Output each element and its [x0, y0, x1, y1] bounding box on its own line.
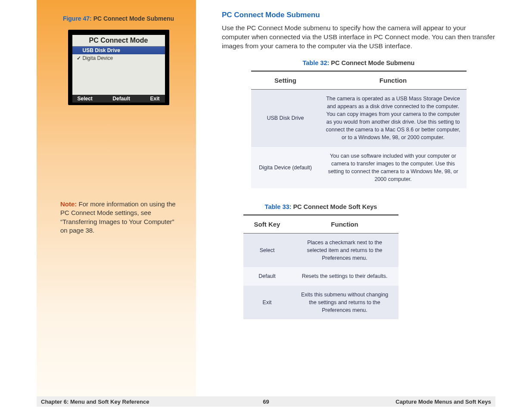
softkey-right: Exit [150, 96, 159, 102]
cell-softkey: Select [243, 234, 291, 268]
cell-function: Resets the settings to their defaults. [291, 267, 398, 285]
content-column: PC Connect Mode Submenu Use the PC Conne… [196, 0, 495, 396]
table-32: Setting Function USB Disk Drive The came… [251, 71, 467, 188]
table-row: Default Resets the settings to their def… [243, 267, 398, 285]
softkey-center: Default [112, 96, 130, 102]
sidebar: Figure 47: PC Connect Mode Submenu PC Co… [37, 0, 196, 396]
camera-row: ✓ Digita Device [72, 54, 165, 62]
cell-softkey: Default [243, 267, 291, 285]
cell-function: Places a checkmark next to the selected … [291, 234, 398, 268]
table-row: Select Places a checkmark next to the se… [243, 234, 398, 268]
table32-header-setting: Setting [251, 71, 320, 90]
page: Figure 47: PC Connect Mode Submenu PC Co… [37, 0, 495, 396]
camera-row2-label: Digita Device [83, 55, 113, 61]
camera-row1-label: USB Disk Drive [83, 47, 120, 53]
footer-page-number: 69 [37, 399, 495, 405]
figure-image: PC Connect Mode ✓ USB Disk Drive ✓ Digit… [68, 30, 169, 105]
intro-paragraph: Use the PC Connect Mode submenu to speci… [222, 24, 495, 51]
figure-caption: Figure 47: PC Connect Mode Submenu [60, 15, 177, 22]
section-title: PC Connect Mode Submenu [222, 11, 495, 19]
table33-label: Table 33: [265, 203, 292, 210]
cell-function: Exits this submenu without changing the … [291, 286, 398, 319]
table-row: USB Disk Drive The camera is operated as… [251, 89, 467, 146]
table33-header-function: Function [291, 215, 398, 234]
note-block: Note: For more information on using the … [60, 200, 177, 235]
camera-row-selected: ✓ USB Disk Drive [72, 47, 165, 54]
cell-setting: Digita Device (default) [251, 147, 320, 189]
table33-caption: Table 33: PC Connect Mode Soft Keys [222, 203, 420, 210]
note-label: Note: [60, 200, 77, 208]
camera-screen-title: PC Connect Mode [72, 35, 165, 47]
checkmark-icon: ✓ [75, 55, 83, 61]
cell-softkey: Exit [243, 286, 291, 319]
table33-header-softkey: Soft Key [243, 215, 291, 234]
table32-caption: Table 32: PC Connect Mode Submenu [222, 59, 495, 66]
camera-screen: PC Connect Mode ✓ USB Disk Drive ✓ Digit… [72, 35, 165, 103]
table32-label: Table 32: [303, 59, 330, 66]
figure-title: PC Connect Mode Submenu [93, 15, 174, 22]
note-text: For more information on using the PC Con… [60, 200, 176, 234]
table-33: Soft Key Function Select Places a checkm… [243, 215, 398, 319]
figure-label: Figure 47: [63, 15, 92, 22]
cell-setting: USB Disk Drive [251, 89, 320, 146]
cell-function: You can use software included with your … [320, 147, 467, 189]
table32-title: PC Connect Mode Submenu [331, 59, 414, 66]
table33-title: PC Connect Mode Soft Keys [293, 203, 377, 210]
camera-softkey-bar: Select Default Exit [72, 95, 165, 103]
table-row: Exit Exits this submenu without changing… [243, 286, 398, 319]
table32-header-function: Function [320, 71, 467, 90]
softkey-left: Select [78, 96, 93, 102]
page-footer: Chapter 6: Menu and Soft Key Reference 6… [37, 396, 495, 407]
table-row: Digita Device (default) You can use soft… [251, 147, 467, 189]
cell-function: The camera is operated as a USB Mass Sto… [320, 89, 467, 146]
